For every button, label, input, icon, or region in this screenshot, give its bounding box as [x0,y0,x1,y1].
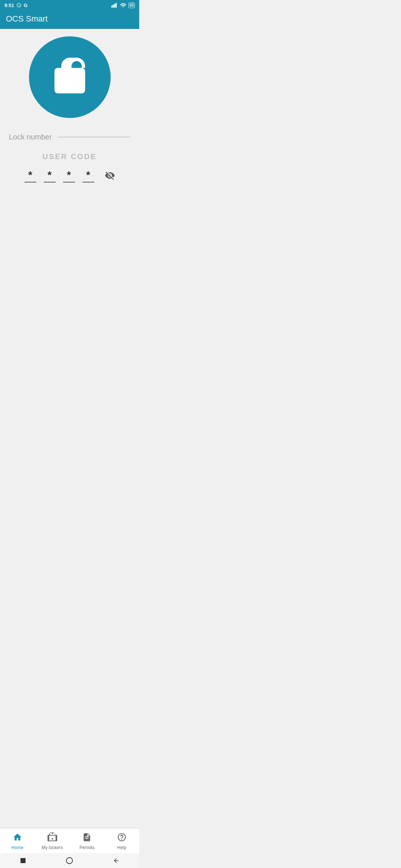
wifi-icon [120,3,127,8]
status-right: 93 [111,3,135,8]
code-digit-3[interactable]: * [63,170,75,183]
app-header: OCS Smart [0,10,139,29]
signal-icon [111,3,118,8]
battery-indicator: 93 [128,3,135,8]
toggle-visibility-button[interactable] [105,170,115,182]
status-left: 9:51 G [4,3,27,8]
main-content: Lock number USER CODE * * * * [0,29,139,194]
status-bar: 9:51 G 93 [0,0,139,10]
svg-rect-0 [111,6,113,8]
lock-number-label: Lock number [9,133,52,141]
svg-rect-3 [115,3,117,8]
app-title: OCS Smart [6,14,48,23]
time-display: 9:51 [4,3,14,8]
google-indicator: G [24,3,27,8]
user-code-label: USER CODE [43,152,97,161]
svg-rect-1 [113,5,114,8]
alarm-icon [16,3,22,8]
svg-rect-2 [114,4,115,8]
code-digit-4[interactable]: * [82,170,94,183]
code-digit-2[interactable]: * [44,170,56,183]
lock-circle [29,36,111,118]
code-dots-row: * * * * [16,170,124,183]
lock-open-icon [49,56,90,98]
code-digit-1[interactable]: * [25,170,36,183]
lock-number-row: Lock number [0,133,139,141]
lock-number-input[interactable] [58,137,130,137]
battery-level: 93 [130,3,134,7]
